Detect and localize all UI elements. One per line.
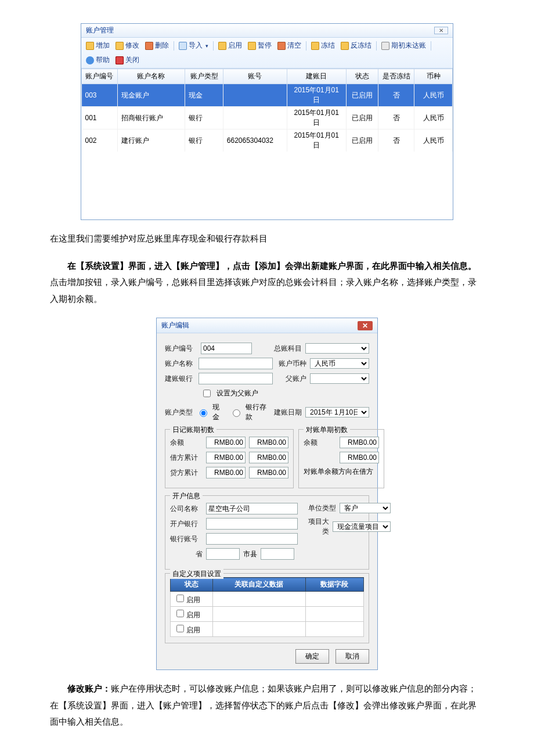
journal-debit-input2[interactable] — [249, 452, 288, 463]
label-type: 账户类型 — [165, 408, 193, 417]
para3-rest: 账户在停用状态时，可以修改账户信息；如果该账户启用了，则可以修改账户信息的部分内… — [50, 684, 477, 726]
journal-credit-input2[interactable] — [249, 467, 288, 478]
date-select[interactable]: 2015年 1月10日 — [305, 407, 369, 417]
bank-acct-input[interactable] — [206, 533, 298, 545]
label-credit: 贷方累计 — [170, 468, 203, 478]
table-row[interactable]: 001招商银行账户银行2015年01月01日已启用否人民币 — [82, 107, 453, 129]
label-code: 账户编号 — [165, 344, 197, 354]
para2-rest: 点击增加按钮，录入账户编号，总账科目里选择该账户对应的总账会计科目；录入账户名称… — [50, 278, 477, 304]
label-bank: 建账银行 — [165, 374, 195, 384]
open-bank-input[interactable] — [206, 518, 298, 530]
toolbar-freeze-button[interactable]: 冻结 — [310, 40, 336, 51]
window-close-button[interactable]: ✕ — [434, 27, 448, 34]
group-recon-title: 对账单期初数 — [304, 425, 350, 435]
toolbar: 增加 修改 删除 导入▾ 启用 暂停 清空 冻结 反冻结 期初未达账 帮助 关闭 — [81, 38, 453, 69]
account-mgmt-window: 账户管理 ✕ 增加 修改 删除 导入▾ 启用 暂停 清空 冻结 反冻结 期初未达… — [81, 23, 453, 220]
cancel-button[interactable]: 取消 — [335, 649, 369, 664]
custom-row[interactable]: 启用 — [171, 592, 364, 607]
dialog-close-button[interactable]: ✕ — [358, 321, 373, 330]
account-edit-dialog: 账户编辑 ✕ 账户编号 总账科目 账户名称 账户币种 人民币 建账银行 父账户 … — [156, 318, 378, 670]
name-input[interactable] — [199, 358, 273, 369]
toolbar-unfreeze-button[interactable]: 反冻结 — [340, 40, 373, 51]
col-acctno[interactable]: 账号 — [223, 69, 287, 84]
toolbar-sep — [306, 41, 306, 51]
ok-button[interactable]: 确定 — [295, 649, 329, 664]
enable-row-chk[interactable] — [176, 595, 184, 602]
label-open-bank: 开户银行 — [170, 519, 203, 529]
custom-table: 状态 关联自定义数据 数据字段 启用 启用 启用 — [170, 577, 364, 637]
label-as-parent: 设置为父账户 — [217, 388, 258, 398]
toolbar-close-button[interactable]: 关闭 — [114, 55, 140, 66]
label-proj-cat: 项目大类 — [304, 517, 329, 537]
toolbar-help-button[interactable]: 帮助 — [85, 55, 111, 66]
label-cash: 现金 — [212, 402, 225, 422]
toolbar-sep — [213, 41, 214, 51]
col-currency[interactable]: 币种 — [414, 69, 453, 84]
col-status[interactable]: 状态 — [346, 69, 378, 84]
table-row[interactable]: 003现金账户现金2015年01月01日已启用否人民币 — [82, 84, 453, 107]
enable-row-chk[interactable] — [176, 625, 184, 632]
journal-debit-input[interactable] — [206, 452, 246, 463]
toolbar-edit-button[interactable]: 修改 — [114, 40, 140, 51]
delete-icon — [145, 42, 153, 50]
label-parent: 父账户 — [276, 374, 306, 384]
col-code[interactable]: 账户编号 — [82, 69, 118, 84]
journal-balance-input[interactable] — [206, 437, 246, 448]
radio-deposit[interactable] — [233, 409, 240, 417]
clear-icon — [277, 42, 286, 50]
paragraph-3: 修改账户：账户在停用状态时，可以修改账户信息；如果该账户启用了，则可以修改账户信… — [50, 681, 484, 730]
bank-input[interactable] — [199, 373, 273, 384]
accounts-table[interactable]: 账户编号 账户名称 账户类型 账号 建账日 状态 是否冻结 币种 003现金账户… — [81, 69, 453, 152]
province-input[interactable] — [206, 548, 240, 560]
col-date[interactable]: 建账日 — [287, 69, 346, 84]
toolbar-pause-button[interactable]: 暂停 — [247, 40, 273, 51]
label-balance2: 余额 — [304, 438, 336, 448]
label-city: 市县 — [243, 549, 257, 559]
col-type[interactable]: 账户类型 — [185, 69, 223, 84]
group-recon: 对账单期初数 余额 对账单余额方向在借方 — [298, 429, 384, 488]
recon-balance-input[interactable] — [340, 437, 379, 448]
enable-icon — [218, 42, 226, 50]
radio-cash[interactable] — [200, 409, 207, 417]
currency-select[interactable]: 人民币 — [310, 358, 369, 369]
table-header-row: 账户编号 账户名称 账户类型 账号 建账日 状态 是否冻结 币种 — [82, 69, 453, 84]
toolbar-init-unreached-button[interactable]: 期初未达账 — [380, 40, 427, 51]
toolbar-sep — [174, 41, 174, 51]
window-titlebar: 账户管理 ✕ — [81, 24, 453, 38]
group-journal-title: 日记账期初数 — [170, 425, 217, 435]
grid-body: 账户编号 账户名称 账户类型 账号 建账日 状态 是否冻结 币种 003现金账户… — [81, 69, 453, 219]
enable-row-chk[interactable] — [176, 610, 184, 617]
label-recon-side: 对账单余额方向在借方 — [304, 467, 373, 477]
edit-icon — [116, 42, 124, 50]
toolbar-import-button[interactable]: 导入▾ — [178, 40, 210, 51]
col-name[interactable]: 账户名称 — [117, 69, 185, 84]
subject-select[interactable] — [305, 343, 369, 354]
custom-row[interactable]: 启用 — [171, 622, 364, 637]
journal-credit-input[interactable] — [206, 467, 246, 478]
company-input[interactable] — [206, 503, 298, 514]
col-status-hdr: 状态 — [171, 578, 213, 592]
unit-type-select[interactable]: 客户 — [340, 503, 391, 513]
toolbar-add-button[interactable]: 增加 — [85, 40, 111, 51]
proj-cat-select[interactable]: 现金流量项目 — [333, 521, 391, 532]
paragraph-1: 在这里我们需要维护对应总账里库存现金和银行存款科目 — [50, 231, 484, 247]
journal-balance-input2[interactable] — [249, 437, 288, 448]
paragraph-2: 在【系统设置】界面，进入【账户管理】，点击【添加】会弹出新建账户界面，在此界面中… — [50, 258, 484, 308]
para2-bold: 在【系统设置】界面，进入【账户管理】，点击【添加】会弹出新建账户界面，在此界面中… — [67, 261, 477, 271]
recon-input2[interactable] — [340, 452, 379, 463]
toolbar-enable-button[interactable]: 启用 — [217, 40, 243, 51]
code-input[interactable] — [201, 343, 252, 354]
label-province: 省 — [170, 549, 203, 559]
toolbar-delete-button[interactable]: 删除 — [144, 40, 170, 51]
group-custom-title: 自定义项目设置 — [170, 569, 223, 579]
custom-row[interactable]: 启用 — [171, 607, 364, 622]
pause-icon — [248, 42, 256, 50]
col-frozen[interactable]: 是否冻结 — [378, 69, 414, 84]
toolbar-clear-button[interactable]: 清空 — [276, 40, 302, 51]
as-parent-checkbox[interactable] — [203, 390, 211, 397]
table-row[interactable]: 002建行账户银行6620653040322015年01月01日已启用否人民币 — [82, 129, 453, 152]
col-link-hdr: 关联自定义数据 — [213, 578, 306, 592]
parent-select[interactable] — [310, 373, 369, 384]
label-unit-type: 单位类型 — [304, 503, 336, 513]
city-input[interactable] — [261, 548, 294, 560]
